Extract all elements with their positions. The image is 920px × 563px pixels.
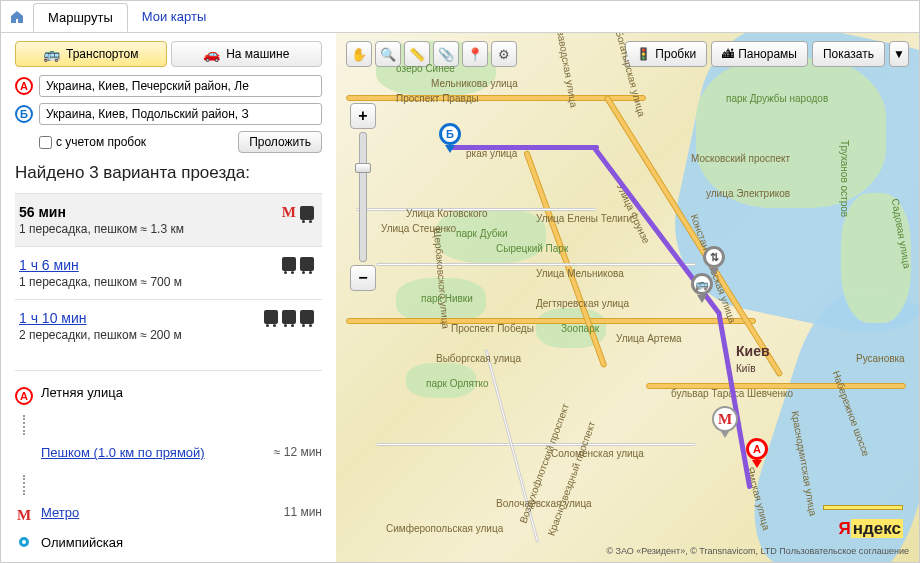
- show-dropdown-icon[interactable]: ▼: [889, 41, 909, 67]
- bus-icon: [300, 257, 314, 271]
- copyright: © ЗАО «Резидент», © Transnavicom, LTD По…: [606, 546, 909, 556]
- map-street-label: Труханов остров: [839, 140, 850, 217]
- map-street-label: Сырецкий Парк: [496, 243, 568, 254]
- map-street-label: парк Орлятко: [426, 378, 489, 389]
- variant-2[interactable]: 1 ч 6 мин 1 пересадка, пешком ≈ 700 м: [15, 246, 322, 299]
- bus-icon: [300, 206, 314, 220]
- map-pin-b[interactable]: Б: [439, 123, 461, 153]
- pan-tool-icon[interactable]: ✋: [346, 41, 372, 67]
- tab-mymaps[interactable]: Мои карты: [128, 3, 221, 30]
- route-button[interactable]: Проложить: [238, 131, 322, 153]
- variant-1[interactable]: 56 мин 1 пересадка, пешком ≈ 1.3 км М: [15, 193, 322, 246]
- mode-transit[interactable]: 🚌Транспортом: [15, 41, 167, 67]
- map-street-label: Улица Елены Телиги: [536, 213, 632, 224]
- found-header: Найдено 3 варианта проезда:: [15, 163, 322, 183]
- car-icon: 🚗: [203, 46, 220, 62]
- metro-time: 11 мин: [284, 505, 322, 519]
- pin-a-icon: А: [15, 387, 33, 405]
- map-street-label: Симферопольская улица: [386, 523, 503, 534]
- map-street-label: Улица Артема: [616, 333, 682, 344]
- mode-car[interactable]: 🚗На машине: [171, 41, 323, 67]
- map-pin-metro[interactable]: М: [714, 408, 736, 438]
- metro-icon: М: [17, 507, 31, 524]
- map-tools-right: 🚦Пробки 🏙Панорамы Показать ▼: [625, 41, 909, 67]
- variant-3[interactable]: 1 ч 10 мин 2 пересадки, пешком ≈ 200 м: [15, 299, 322, 352]
- map-street-label: Выборгская улица: [436, 353, 521, 364]
- map-street-label: Проспект Правды: [396, 93, 479, 104]
- map-pin-bus[interactable]: 🚌: [691, 273, 713, 303]
- yandex-logo[interactable]: Яндекс: [835, 518, 907, 540]
- map-street-label: Проспект Победы: [451, 323, 534, 334]
- city-label: КиевКиїв: [736, 343, 770, 375]
- step-metro[interactable]: Метро: [41, 505, 79, 520]
- zoom-control: + −: [350, 103, 376, 291]
- map-street-label: Улица Котовского: [406, 208, 488, 219]
- map-street-label: Дегтяревская улица: [536, 298, 629, 309]
- scale-bar: [823, 505, 903, 510]
- bus-icon: [300, 310, 314, 324]
- map-street-label: Улица Стеценко: [381, 223, 456, 234]
- map-street-label: улица Электриков: [706, 188, 790, 199]
- panorama-button[interactable]: 🏙Панорамы: [711, 41, 808, 67]
- bus-icon: 🚌: [43, 46, 60, 62]
- map-street-label: Мельникова улица: [431, 78, 518, 89]
- map-street-label: Улица Мельникова: [536, 268, 624, 279]
- panorama-icon: 🏙: [722, 47, 734, 61]
- address-a-input[interactable]: [39, 75, 322, 97]
- map-street-label: озеро Синее: [396, 63, 455, 74]
- address-b-input[interactable]: [39, 103, 322, 125]
- map-street-label: парк Дружбы народов: [726, 93, 828, 104]
- traffic-checkbox[interactable]: с учетом пробок: [39, 135, 146, 149]
- zoom-handle[interactable]: [355, 163, 371, 173]
- pin-tool-icon[interactable]: 📍: [462, 41, 488, 67]
- map-street-label: Зоопарк: [561, 323, 599, 334]
- map-pin-transfer[interactable]: ⇅: [703, 246, 725, 276]
- zoom-in-button[interactable]: +: [350, 103, 376, 129]
- bus-icon: [282, 257, 296, 271]
- station-1: Олимпийская: [41, 535, 322, 550]
- step-walk[interactable]: Пешком (1.0 км по прямой): [41, 445, 205, 460]
- map-street-label: Московский проспект: [691, 153, 790, 164]
- map-canvas[interactable]: Б ⇅ 🚌 А М озеро СинееПроспект ПравдыМель…: [336, 33, 919, 562]
- home-icon[interactable]: [7, 7, 27, 27]
- sidebar: 🚌Транспортом 🚗На машине А Б с учетом про…: [1, 33, 336, 562]
- map-street-label: парк Дубки: [456, 228, 507, 239]
- walk-time: ≈ 12 мин: [274, 445, 322, 459]
- bus-icon: [282, 310, 296, 324]
- metro-stop-icon: [19, 537, 29, 547]
- pin-b-icon: Б: [15, 105, 33, 123]
- map-pin-a[interactable]: А: [746, 438, 768, 468]
- metro-icon: М: [282, 204, 296, 221]
- step-start: Летняя улица: [41, 385, 322, 400]
- map-street-label: Волочаевская улица: [496, 498, 592, 509]
- more-tool-icon[interactable]: ⚙: [491, 41, 517, 67]
- map-street-label: Русановка: [856, 353, 905, 364]
- show-button[interactable]: Показать: [812, 41, 885, 67]
- pin-a-icon: А: [15, 77, 33, 95]
- zoom-out-button[interactable]: −: [350, 265, 376, 291]
- traffic-button[interactable]: 🚦Пробки: [625, 41, 707, 67]
- tab-routes[interactable]: Маршруты: [33, 3, 128, 32]
- traffic-icon: 🚦: [636, 47, 651, 61]
- zoom-slider[interactable]: [359, 132, 367, 262]
- bus-icon: [264, 310, 278, 324]
- map-street-label: Соломенская улица: [551, 448, 644, 459]
